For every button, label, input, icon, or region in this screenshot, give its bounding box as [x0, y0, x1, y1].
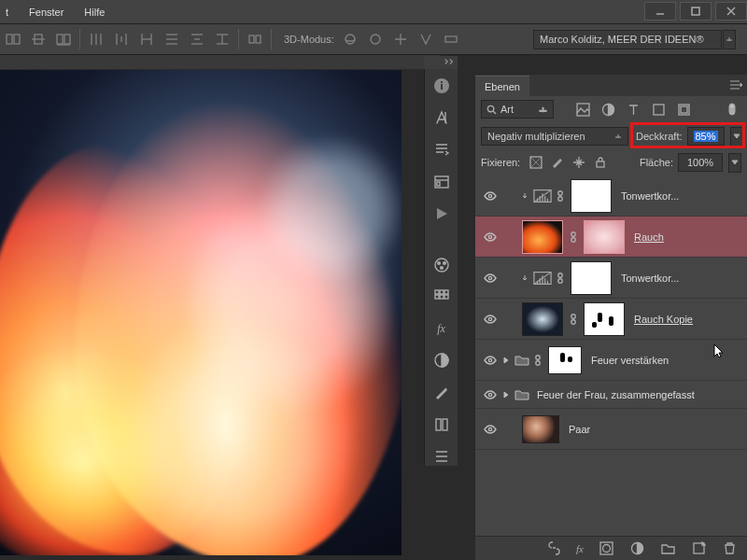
adjustments-panel-icon[interactable]: [429, 351, 455, 370]
menu-item[interactable]: Fenster: [29, 7, 63, 18]
distribute-icon[interactable]: [213, 30, 232, 49]
layer-row[interactable]: Feuer der Frau, zusammengefasst: [475, 381, 747, 409]
panel-menu-icon[interactable]: [728, 78, 743, 91]
opacity-input[interactable]: 85%: [687, 127, 725, 146]
workspace-selector[interactable]: Marco Kolditz, MEER DER IDEEN®: [533, 30, 722, 49]
folder-icon: [513, 388, 531, 400]
layer-thumbnail[interactable]: [522, 302, 563, 336]
visibility-toggle-icon[interactable]: [481, 190, 500, 202]
layer-row[interactable]: Tonwertkor...: [475, 258, 747, 299]
filter-shape-icon[interactable]: [650, 101, 667, 118]
distribute-icon[interactable]: [87, 30, 106, 49]
layer-name[interactable]: Rauch: [634, 231, 664, 243]
layer-thumbnail[interactable]: [522, 415, 559, 443]
3d-pan-icon[interactable]: [391, 30, 410, 49]
layer-name[interactable]: Tonwertkor...: [621, 273, 679, 284]
3d-roll-icon[interactable]: [366, 30, 385, 49]
mask-link-icon[interactable]: [531, 354, 544, 367]
document-canvas[interactable]: [0, 70, 402, 555]
mask-link-icon[interactable]: [567, 231, 580, 244]
align-icon[interactable]: [29, 30, 48, 49]
3d-slide-icon[interactable]: [416, 30, 435, 49]
filter-toggle-switch[interactable]: [723, 101, 741, 118]
panel-icon[interactable]: [429, 173, 455, 191]
layer-row[interactable]: Rauch Kopie: [475, 299, 747, 340]
layer-fx-icon[interactable]: fx: [576, 540, 584, 557]
layer-row[interactable]: Feuer verstärken: [475, 340, 747, 381]
window-minimize-button[interactable]: [644, 2, 676, 21]
expand-arrow-icon[interactable]: [500, 391, 513, 399]
layer-filter-type[interactable]: Art: [481, 100, 554, 119]
workspace-dropdown-arrow[interactable]: [723, 30, 736, 49]
distribute-icon[interactable]: [162, 30, 181, 49]
filter-smart-icon[interactable]: [675, 101, 692, 118]
link-layers-icon[interactable]: [545, 540, 562, 557]
lock-position-icon[interactable]: [571, 155, 586, 171]
align-icon[interactable]: [4, 30, 22, 49]
layer-row[interactable]: Paar: [475, 409, 747, 450]
3d-orbit-icon[interactable]: [341, 30, 359, 49]
dock-collapse-icon[interactable]: [444, 57, 455, 68]
fill-label: Fläche:: [640, 157, 673, 168]
visibility-toggle-icon[interactable]: [481, 231, 500, 243]
panel-icon[interactable]: [429, 415, 455, 434]
align-icon[interactable]: [54, 30, 73, 49]
blend-mode-select[interactable]: Negativ multiplizieren: [481, 127, 628, 146]
distribute-icon[interactable]: [137, 30, 156, 49]
expand-arrow-icon[interactable]: [500, 357, 513, 364]
layer-mask-thumbnail[interactable]: [548, 346, 582, 374]
distribute-icon[interactable]: [112, 30, 131, 49]
distribute-icon[interactable]: [188, 30, 206, 49]
visibility-toggle-icon[interactable]: [481, 314, 500, 325]
visibility-toggle-icon[interactable]: [481, 389, 500, 400]
layer-name[interactable]: Paar: [569, 424, 590, 435]
visibility-toggle-icon[interactable]: [481, 355, 500, 366]
layer-mask-thumbnail[interactable]: [571, 261, 612, 295]
filter-pixel-icon[interactable]: [574, 101, 591, 118]
new-group-icon[interactable]: [659, 540, 676, 557]
swatches-panel-icon[interactable]: [429, 287, 455, 306]
opacity-dropdown-arrow[interactable]: [730, 127, 743, 147]
layer-mask-thumbnail[interactable]: [571, 179, 612, 213]
window-close-button[interactable]: [715, 2, 747, 21]
filter-type-icon[interactable]: [625, 101, 641, 118]
mask-link-icon[interactable]: [567, 313, 580, 326]
layer-thumbnail[interactable]: [522, 220, 563, 254]
layer-mask-thumbnail[interactable]: [584, 302, 625, 336]
menu-item[interactable]: t: [6, 7, 8, 18]
tab-layers[interactable]: Ebenen: [475, 76, 529, 96]
new-adjustment-icon[interactable]: [628, 540, 645, 557]
lock-transparency-icon[interactable]: [528, 155, 543, 171]
delete-layer-icon[interactable]: [721, 540, 738, 557]
brushes-panel-icon[interactable]: [429, 383, 455, 401]
menu-item[interactable]: Hilfe: [84, 7, 105, 18]
filter-adjustment-icon[interactable]: [599, 101, 616, 118]
styles-panel-icon[interactable]: fx: [429, 319, 455, 338]
lock-pixels-icon[interactable]: [549, 155, 565, 171]
mask-link-icon[interactable]: [554, 272, 567, 285]
layer-name[interactable]: Tonwertkor...: [621, 190, 679, 202]
lock-all-icon[interactable]: [592, 155, 608, 171]
color-panel-icon[interactable]: [429, 256, 455, 274]
actions-panel-icon[interactable]: [429, 204, 455, 223]
paragraph-panel-icon[interactable]: [429, 140, 455, 159]
auto-align-icon[interactable]: [246, 30, 264, 49]
fill-dropdown-arrow[interactable]: [728, 153, 741, 173]
panel-icon[interactable]: [429, 447, 455, 466]
layer-mask-thumbnail[interactable]: [584, 220, 625, 254]
layer-name[interactable]: Feuer verstärken: [591, 355, 669, 366]
window-maximize-button[interactable]: [680, 2, 712, 21]
new-layer-icon[interactable]: [690, 540, 707, 557]
layer-row[interactable]: Rauch: [475, 217, 747, 258]
mask-link-icon[interactable]: [554, 189, 567, 203]
layer-row[interactable]: Tonwertkor...: [475, 175, 747, 217]
layer-name[interactable]: Feuer der Frau, zusammengefasst: [537, 389, 695, 400]
character-panel-icon[interactable]: [429, 108, 455, 127]
visibility-toggle-icon[interactable]: [481, 273, 500, 284]
3d-scale-icon[interactable]: [442, 30, 460, 49]
fill-input[interactable]: 100%: [678, 153, 723, 172]
info-panel-icon[interactable]: [429, 77, 455, 95]
add-mask-icon[interactable]: [598, 540, 614, 557]
visibility-toggle-icon[interactable]: [481, 424, 500, 435]
layer-name[interactable]: Rauch Kopie: [634, 314, 693, 325]
